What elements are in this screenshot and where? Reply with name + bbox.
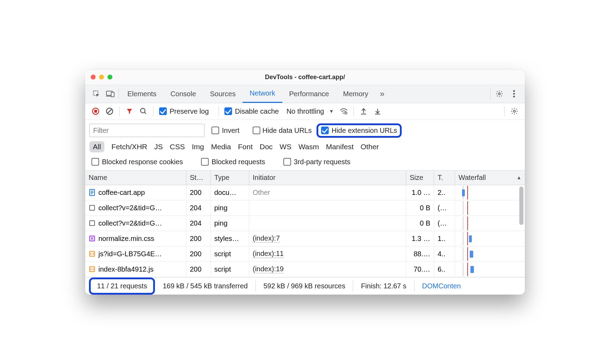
download-har-icon[interactable] (371, 105, 384, 117)
table-row[interactable]: index-8bfa4912.js 200 script (index):19 … (85, 262, 525, 277)
svg-point-5 (513, 90, 515, 92)
checkbox-checked-icon (321, 127, 329, 134)
col-size[interactable]: Size (406, 170, 434, 185)
scrollbar-thumb[interactable] (519, 187, 523, 225)
device-toolbar-icon[interactable] (103, 85, 117, 103)
tab-console[interactable]: Console (163, 85, 203, 103)
filter-toggle-icon[interactable] (123, 105, 136, 117)
type-filter-all[interactable]: All (89, 141, 104, 152)
upload-har-icon[interactable] (357, 105, 370, 117)
hide-extension-urls-checkbox[interactable]: Hide extension URLs (321, 127, 397, 135)
kebab-menu-icon[interactable] (507, 90, 521, 98)
search-icon[interactable] (137, 105, 150, 117)
type-filter-css[interactable]: CSS (170, 143, 185, 151)
blocked-cookies-checkbox[interactable]: Blocked response cookies (91, 158, 183, 166)
svg-point-7 (513, 96, 515, 98)
cell-status: 204 (186, 200, 211, 215)
tab-elements[interactable]: Elements (120, 85, 163, 103)
request-name: collect?v=2&tid=G… (98, 219, 162, 227)
cell-status: 200 (186, 231, 211, 246)
status-requests: 11 / 21 requests (89, 278, 155, 295)
cell-time: (… (434, 200, 455, 215)
cell-initiator (249, 200, 406, 215)
clear-button[interactable] (103, 105, 116, 117)
type-filter-font[interactable]: Font (238, 143, 253, 151)
filter-input[interactable] (89, 124, 204, 137)
type-filter-doc[interactable]: Doc (260, 143, 273, 151)
type-filter-img[interactable]: Img (192, 143, 204, 151)
request-name: js?id=G-LB75G4E… (98, 250, 162, 258)
table-row[interactable]: collect?v=2&tid=G… 204 ping 0 B (… (85, 216, 525, 231)
cell-status: 200 (186, 247, 211, 261)
checkbox-icon (201, 158, 209, 166)
col-status[interactable]: St… (186, 170, 211, 185)
col-waterfall[interactable]: Waterfall ▲ (455, 170, 525, 185)
svg-point-12 (141, 108, 145, 113)
inspect-element-icon[interactable] (89, 85, 103, 103)
file-type-icon (89, 235, 96, 242)
table-row[interactable]: collect?v=2&tid=G… 204 ping 0 B (… (85, 200, 525, 216)
initiator-text: Other (253, 189, 270, 197)
status-transferred: 169 kB / 545 kB transferred (155, 281, 255, 291)
svg-point-6 (513, 93, 515, 95)
third-party-checkbox[interactable]: 3rd-party requests (283, 158, 350, 166)
blocked-requests-checkbox[interactable]: Blocked requests (201, 158, 265, 166)
blocked-cookies-label: Blocked response cookies (102, 158, 183, 166)
checkbox-icon (283, 158, 291, 166)
table-body[interactable]: coffee-cart.app 200 docu… Other 1.0 … 2.… (85, 185, 525, 277)
col-initiator[interactable]: Initiator (249, 170, 406, 185)
network-conditions-icon[interactable] (337, 105, 350, 117)
cell-type: styles… (211, 231, 249, 246)
initiator-link[interactable]: (index):7 (253, 234, 280, 243)
svg-rect-20 (90, 205, 95, 210)
tab-network[interactable]: Network (243, 85, 282, 103)
tab-sources[interactable]: Sources (203, 85, 243, 103)
record-button[interactable] (89, 105, 102, 117)
invert-checkbox[interactable]: Invert (211, 127, 239, 135)
window-title: DevTools - coffee-cart.app/ (85, 74, 525, 81)
type-filter-wasm[interactable]: Wasm (298, 143, 319, 151)
type-filter-manifest[interactable]: Manifest (326, 143, 354, 151)
tab-performance[interactable]: Performance (282, 85, 336, 103)
type-filter-media[interactable]: Media (211, 143, 231, 151)
cell-name: index-8bfa4912.js (85, 262, 186, 277)
type-filter-js[interactable]: JS (154, 143, 163, 151)
col-type[interactable]: Type (211, 170, 249, 185)
table-row[interactable]: normalize.min.css 200 styles… (index):7 … (85, 231, 525, 247)
col-name[interactable]: Name (85, 170, 186, 185)
requests-table: Name St… Type Initiator Size T. Waterfal… (85, 170, 525, 277)
initiator-link[interactable]: (index):19 (253, 265, 284, 273)
panel-tabs: Elements Console Sources Network Perform… (120, 85, 489, 103)
tab-memory[interactable]: Memory (336, 85, 375, 103)
network-settings-icon[interactable] (508, 105, 521, 117)
checkbox-checked-icon (159, 107, 167, 115)
disable-cache-checkbox[interactable]: Disable cache (224, 107, 279, 115)
table-row[interactable]: js?id=G-LB75G4E… 200 script (index):11 8… (85, 247, 525, 262)
settings-icon[interactable] (492, 90, 507, 98)
scrollbar[interactable] (519, 185, 523, 277)
file-type-icon (89, 266, 96, 273)
type-filter-other[interactable]: Other (360, 143, 379, 151)
type-filter-fetchxhr[interactable]: Fetch/XHR (111, 143, 147, 151)
divider (504, 106, 505, 116)
checkbox-checked-icon (224, 107, 232, 115)
divider (354, 106, 354, 116)
table-row[interactable]: coffee-cart.app 200 docu… Other 1.0 … 2.… (85, 185, 525, 200)
type-filter-ws[interactable]: WS (280, 143, 291, 151)
cell-size: 1.0 … (406, 185, 434, 200)
status-bar: 11 / 21 requests 169 kB / 545 kB transfe… (85, 277, 525, 295)
initiator-link[interactable]: (index):11 (253, 250, 284, 258)
more-tabs-button[interactable]: » (375, 85, 389, 103)
third-party-label: 3rd-party requests (294, 158, 350, 166)
table-header: Name St… Type Initiator Size T. Waterfal… (85, 170, 525, 185)
network-toolbar: Preserve log Disable cache No throttling… (85, 103, 525, 120)
cell-name: normalize.min.css (85, 231, 186, 246)
throttling-value: No throttling (287, 107, 324, 115)
svg-line-13 (144, 112, 146, 114)
col-time[interactable]: T. (434, 170, 455, 185)
checkbox-icon (211, 127, 219, 134)
throttling-select[interactable]: No throttling ▼ (287, 107, 334, 115)
preserve-log-checkbox[interactable]: Preserve log (159, 107, 209, 115)
hide-data-urls-checkbox[interactable]: Hide data URLs (253, 127, 312, 135)
cell-size: 88.… (406, 247, 434, 261)
